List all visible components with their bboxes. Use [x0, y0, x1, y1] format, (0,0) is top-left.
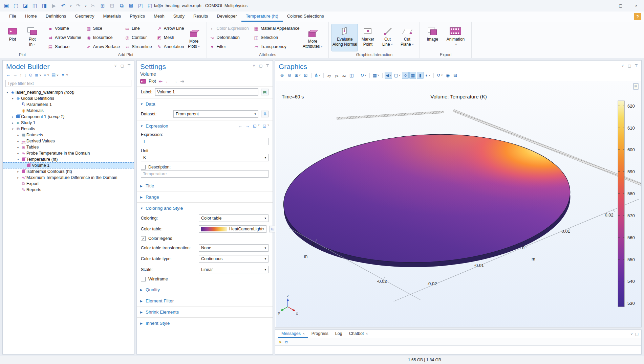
tab-file[interactable]: File: [5, 12, 21, 22]
coloring-select[interactable]: Color table ▾: [199, 214, 269, 222]
snapshot-button[interactable]: ◉: [444, 72, 451, 79]
close-button[interactable]: ×: [628, 0, 644, 12]
expander-closed-icon[interactable]: ▸: [16, 176, 21, 179]
graphics-zoom-box-button[interactable]: ⊞˅: [294, 72, 302, 79]
description-checkbox[interactable]: [141, 165, 146, 169]
tab-geometry[interactable]: Geometry: [70, 12, 99, 22]
show-axis-orientation-button[interactable]: ⊹: [402, 72, 409, 79]
panel-pin-icon[interactable]: ⊤: [265, 64, 270, 68]
rotate-view-button[interactable]: ↻˅: [359, 72, 367, 79]
material-appearance-button[interactable]: ▦Material Appearance: [254, 26, 300, 31]
section-element-filter[interactable]: ▶ Element Filter: [137, 296, 273, 305]
duplicate-button[interactable]: ⧉: [117, 1, 126, 10]
transparency-toggle-button[interactable]: ▢˅: [393, 72, 401, 79]
tree-item-materials[interactable]: ◉ Materials: [3, 108, 134, 114]
panel-collapse-icon[interactable]: ˅: [252, 64, 256, 68]
chevron-down-icon[interactable]: ˅: [267, 123, 269, 129]
section-expression[interactable]: ▼ Expression ← → ⊡˅ ⊡˅: [137, 121, 273, 131]
expression-forward-icon[interactable]: →: [245, 123, 250, 129]
paste-button[interactable]: ⊟: [108, 1, 116, 10]
move-up-button[interactable]: ↑: [19, 72, 23, 78]
tree-filter-input[interactable]: [5, 80, 131, 87]
tree-item-study[interactable]: ▸ ∞ Study 1: [3, 120, 134, 126]
tab-study[interactable]: Study: [169, 12, 189, 22]
tree-item-reports[interactable]: ✎ Reports: [3, 187, 134, 193]
panel-float-icon[interactable]: ▢: [627, 64, 632, 68]
move-down-button[interactable]: ↓: [24, 72, 27, 78]
clear-selection-button[interactable]: ◱: [146, 1, 154, 10]
model-filter-button[interactable]: ▼˅: [60, 72, 69, 78]
section-quality[interactable]: ▶ Quality: [137, 285, 273, 294]
panel-collapse-icon[interactable]: ˅: [620, 64, 625, 68]
insert-expression-icon[interactable]: ⊡: [262, 123, 266, 129]
panel-pin-icon[interactable]: ⊤: [634, 64, 639, 68]
tree-item-tables[interactable]: ▸ ⊞ Tables: [3, 144, 134, 150]
section-title[interactable]: ▶ Title: [137, 181, 273, 190]
orthographic-projection-button[interactable]: ◫: [348, 72, 355, 79]
evaluate-along-normal-button[interactable]: Evaluate Along Normal: [331, 24, 358, 51]
close-icon[interactable]: ×: [303, 332, 305, 336]
color-legend-checkbox[interactable]: ✓: [141, 236, 146, 241]
expander-open-icon[interactable]: ▾: [10, 97, 15, 100]
graphics-zoom-in-button[interactable]: ⊕: [279, 72, 285, 79]
go-to-default-view-button[interactable]: ⋔˅: [314, 72, 322, 79]
scale-select[interactable]: Linear ▾: [199, 266, 269, 273]
cut-plane-button[interactable]: Cut Plane˅: [397, 24, 417, 51]
sound-feedback-button[interactable]: ◀˅: [385, 72, 392, 79]
color-table-transformation-select[interactable]: None ▾: [199, 244, 269, 252]
tree-item-export[interactable]: ⧉ Export: [3, 181, 134, 187]
minimize-button[interactable]: —: [597, 0, 613, 12]
view-xy-plane-button[interactable]: xy: [326, 72, 332, 79]
transparency-button[interactable]: ▱Transparency: [254, 44, 300, 49]
deformation-button[interactable]: ↝Deformation: [210, 35, 249, 40]
cut-button[interactable]: ✂: [89, 1, 98, 10]
tree-item-results[interactable]: ▾ ⧉ Results: [3, 126, 134, 132]
tab-home[interactable]: Home: [21, 12, 41, 22]
expand-all-button[interactable]: ≡˅: [43, 72, 50, 78]
delete-button[interactable]: ⊠: [127, 1, 135, 10]
annotation-note-icon[interactable]: [634, 84, 638, 89]
select-box-button[interactable]: ◰: [136, 1, 145, 10]
view-xz-plane-button[interactable]: xz: [341, 72, 347, 79]
filter-button[interactable]: ▼Filter: [210, 44, 249, 49]
tree-item-parameters[interactable]: Parameters 1: [3, 101, 134, 108]
scene-rendering-button[interactable]: ▦˅: [372, 72, 380, 79]
color-table-type-select[interactable]: Continuous ▾: [199, 255, 269, 263]
expander-open-icon[interactable]: ▾: [5, 91, 10, 94]
copy-button[interactable]: ⊞: [98, 1, 107, 10]
tree-item-component[interactable]: ▸ Component 1 (comp 1): [3, 114, 134, 120]
view-yz-plane-button[interactable]: yz: [333, 72, 340, 79]
next-solution-button[interactable]: →: [173, 78, 177, 84]
tree-item-temperature-ht[interactable]: ▾ Temperature (ht): [3, 156, 134, 162]
volume-button[interactable]: ■Volume: [48, 26, 81, 31]
line-button[interactable]: ▭Line: [125, 26, 152, 31]
panel-float-icon[interactable]: ▢: [635, 332, 639, 336]
expander-closed-icon[interactable]: ▸: [10, 115, 15, 118]
close-icon[interactable]: ×: [366, 332, 368, 336]
expander-open-icon[interactable]: ▾: [10, 128, 15, 131]
help-button[interactable]: ?: [634, 13, 641, 20]
mesh-button[interactable]: ◩Mesh: [157, 35, 184, 40]
tab-developer[interactable]: Developer: [212, 12, 241, 22]
tab-results[interactable]: Results: [189, 12, 212, 22]
collapse-all-button[interactable]: ≣˅: [34, 72, 42, 78]
expander-closed-icon[interactable]: ▸: [16, 170, 21, 173]
node-label-button[interactable]: ▤˅: [51, 72, 59, 78]
tree-item-datasets[interactable]: ▸ ▦ Datasets: [3, 132, 134, 138]
export-image-button[interactable]: Image: [423, 24, 442, 51]
go-back-button[interactable]: ←: [5, 72, 11, 78]
more-attributes-button[interactable]: More Attributes˅: [299, 26, 326, 50]
run-button[interactable]: ▶: [49, 1, 58, 10]
expander-closed-icon[interactable]: ▸: [16, 140, 21, 143]
rename-list-icon[interactable]: ▤: [261, 89, 269, 95]
tab-log[interactable]: Log: [332, 330, 346, 338]
section-inherit-style[interactable]: ▶ Inherit Style: [137, 318, 273, 328]
tab-chatbot[interactable]: Chatbot ×: [346, 330, 371, 338]
tab-mesh[interactable]: Mesh: [149, 12, 169, 22]
expander-open-icon[interactable]: ▾: [16, 158, 21, 161]
last-solution-button[interactable]: ⇥: [180, 78, 184, 84]
wireframe-checkbox[interactable]: [141, 277, 146, 281]
clear-log-icon[interactable]: ➤: [279, 340, 282, 344]
arrow-surface-button[interactable]: ⇗Arrow Surface: [86, 44, 120, 49]
expander-closed-icon[interactable]: ▸: [16, 146, 21, 149]
